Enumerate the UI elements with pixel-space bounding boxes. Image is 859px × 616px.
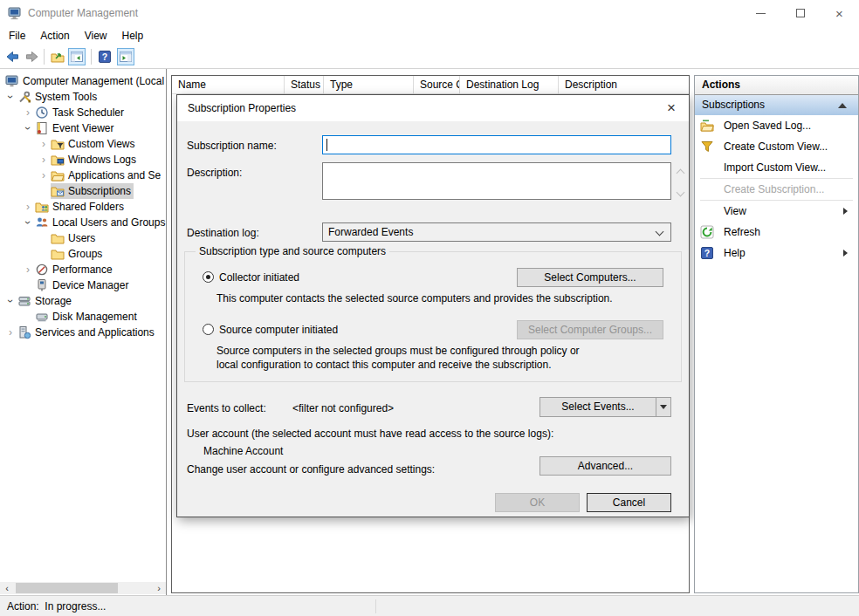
tree-item-subscriptions[interactable]: › Subscriptions (0, 183, 166, 199)
tree-item-performance[interactable]: › Performance (0, 262, 166, 277)
collapse-arrow-icon[interactable] (838, 103, 847, 108)
tree-item-system-tools[interactable]: › System Tools (0, 89, 166, 105)
maximize-button[interactable] (780, 0, 820, 26)
refresh-icon (700, 225, 714, 239)
tree-item-shared-folders[interactable]: › Shared Folders (0, 199, 166, 215)
help-icon: ? (700, 246, 714, 260)
help-button[interactable]: ? (96, 48, 113, 65)
menu-action[interactable]: Action (40, 30, 69, 42)
chevron-expanded-icon[interactable]: › (4, 294, 17, 308)
cancel-button[interactable]: Cancel (587, 493, 671, 512)
console-tree-pane: Computer Management (Local › System Tool… (0, 69, 167, 595)
export-list-button[interactable] (49, 48, 66, 65)
custom-views-folder-icon (51, 137, 65, 151)
tree-item-custom-views[interactable]: › Custom Views (0, 136, 166, 152)
tree-item-label: Groups (68, 248, 102, 260)
scroll-up-icon[interactable] (677, 169, 685, 178)
tree-item-windows-logs[interactable]: › Windows Logs (0, 152, 166, 168)
menu-bar: File Action View Help (0, 26, 859, 45)
close-icon: × (667, 99, 676, 117)
action-create-custom-view[interactable]: Create Custom View... (695, 136, 858, 157)
action-label: Help (724, 247, 746, 259)
dialog-title-bar: Subscription Properties × (177, 95, 689, 121)
action-view[interactable]: View (695, 201, 858, 222)
action-create-subscription[interactable]: Create Subscription... (695, 179, 858, 200)
select-computers-button[interactable]: Select Computers... (517, 268, 663, 287)
select-events-dropdown-button[interactable] (656, 397, 671, 417)
destination-log-select[interactable]: Forwarded Events (322, 222, 671, 242)
select-events-button[interactable]: Select Events... (539, 397, 656, 417)
ok-button[interactable]: OK (495, 493, 580, 512)
tree-item-label: Disk Management (52, 311, 137, 323)
tree-horizontal-scrollbar[interactable]: ‹ › (0, 582, 166, 594)
action-refresh[interactable]: Refresh (695, 222, 858, 243)
chevron-collapsed-icon[interactable]: › (3, 326, 17, 339)
tree-item-disk-management[interactable]: › Disk Management (0, 309, 166, 325)
tree-item-users[interactable]: › Users (0, 230, 166, 246)
menu-file[interactable]: File (9, 30, 25, 42)
action-help[interactable]: ? Help (695, 243, 858, 264)
show-console-tree-button[interactable] (68, 48, 86, 65)
toolbar: ? (0, 45, 859, 69)
create-custom-view-icon (700, 140, 714, 154)
column-header-status[interactable]: Status (285, 76, 324, 94)
action-import-custom-view[interactable]: Import Custom View... (695, 157, 858, 178)
tree-item-device-manager[interactable]: › Device Manager (0, 277, 166, 293)
tree-item-label: Services and Applications (35, 326, 155, 339)
applications-folder-icon (51, 168, 65, 182)
tree-item-groups[interactable]: › Groups (0, 246, 166, 262)
column-header-type[interactable]: Type (324, 76, 414, 94)
chevron-collapsed-icon[interactable]: › (37, 169, 51, 181)
back-button[interactable] (3, 48, 21, 65)
tree-item-label: Performance (52, 264, 113, 276)
source-computer-initiated-label[interactable]: Source computer initiated (219, 324, 338, 336)
tree-item-label: Windows Logs (68, 154, 136, 166)
tree-item-computer-management[interactable]: Computer Management (Local (0, 73, 166, 89)
destination-log-label: Destination log: (187, 227, 259, 239)
forward-button[interactable] (24, 48, 41, 65)
tree-item-local-users-and-groups[interactable]: › Local Users and Groups (0, 215, 166, 230)
advanced-button[interactable]: Advanced... (539, 456, 671, 476)
chevron-collapsed-icon[interactable]: › (37, 154, 51, 166)
chevron-expanded-icon[interactable]: › (22, 121, 34, 135)
collector-initiated-label[interactable]: Collector initiated (219, 271, 299, 284)
chevron-collapsed-icon[interactable]: › (21, 201, 35, 213)
column-header-destination-log[interactable]: Destination Log (460, 76, 559, 94)
dialog-close-button[interactable]: × (663, 99, 680, 117)
tree-item-event-viewer[interactable]: › Event Viewer (0, 120, 166, 136)
close-button[interactable]: × (820, 0, 859, 26)
column-header-description[interactable]: Description (559, 76, 689, 94)
action-open-saved-log[interactable]: Open Saved Log... (695, 115, 858, 136)
minimize-button[interactable] (741, 0, 780, 26)
user-account-label: User account (the selected account must … (187, 428, 553, 440)
storage-icon (17, 294, 31, 308)
tree-item-task-scheduler[interactable]: › Task Scheduler (0, 105, 166, 120)
dialog-title: Subscription Properties (188, 102, 296, 114)
subscriptions-action-group-header[interactable]: Subscriptions (695, 95, 858, 115)
scroll-left-arrow-icon[interactable]: ‹ (0, 582, 14, 594)
chevron-collapsed-icon[interactable]: › (21, 106, 35, 119)
collector-initiated-radio[interactable] (203, 271, 214, 283)
menu-help[interactable]: Help (122, 30, 144, 42)
tree-item-storage[interactable]: › Storage (0, 293, 166, 309)
chevron-collapsed-icon[interactable]: › (21, 264, 35, 276)
tree-item-services-and-applications[interactable]: › Services and Applications (0, 325, 166, 340)
column-header-source-computers[interactable]: Source Co... (414, 76, 460, 94)
menu-view[interactable]: View (85, 30, 107, 42)
tree-item-applications-and-services[interactable]: › Applications and Se (0, 168, 166, 183)
description-input[interactable] (322, 162, 671, 200)
scrollbar-thumb[interactable] (16, 583, 118, 593)
source-computer-initiated-radio[interactable] (203, 324, 214, 335)
performance-icon (35, 263, 49, 277)
show-action-pane-button[interactable] (117, 48, 134, 65)
select-computer-groups-button[interactable]: Select Computer Groups... (517, 320, 663, 339)
scroll-down-icon[interactable] (677, 188, 685, 197)
events-filter-value: <filter not configured> (292, 402, 394, 414)
chevron-collapsed-icon[interactable]: › (37, 138, 51, 150)
chevron-expanded-icon[interactable]: › (22, 216, 34, 229)
scroll-right-arrow-icon[interactable]: › (152, 582, 166, 594)
chevron-expanded-icon[interactable]: › (4, 90, 17, 104)
export-folder-icon (51, 50, 65, 64)
subscription-name-input[interactable] (322, 135, 671, 154)
column-header-name[interactable]: Name (172, 76, 285, 94)
